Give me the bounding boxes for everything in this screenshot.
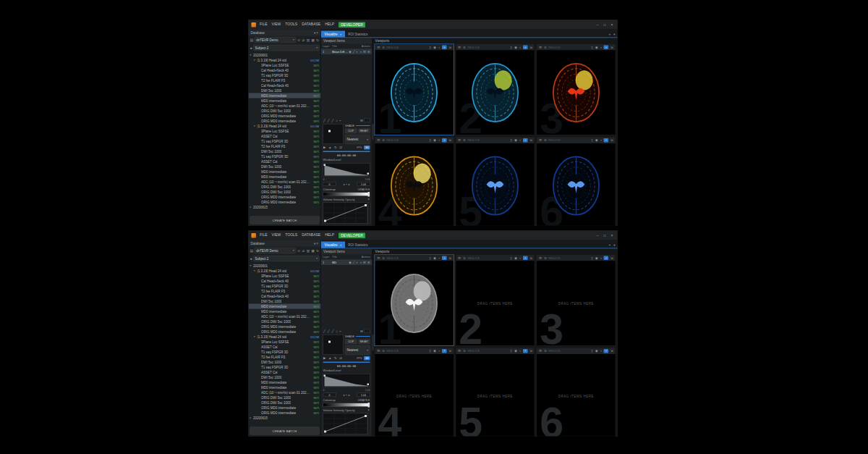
tree-item[interactable]: ADC (10⁻⁶ mm²/s) scan 01 2020 13:0...NIf…	[249, 180, 321, 185]
trash-icon[interactable]: ▯	[510, 350, 512, 353]
tree-item[interactable]: ▾[1.3.19] Head 24 stdDICOM	[249, 335, 321, 340]
expand-icon[interactable]: ⇲	[610, 256, 613, 260]
camera-icon[interactable]: ◉	[433, 256, 437, 260]
time-progress-bar[interactable]	[323, 362, 370, 363]
restore-button[interactable]: □	[604, 22, 606, 27]
trash-icon[interactable]: ▯	[510, 139, 512, 143]
viewport-canvas[interactable]: 4DRAG ITEMS HERE	[375, 354, 454, 437]
colormap-gradient[interactable]	[323, 403, 370, 408]
swap-icon[interactable]: ⇄	[339, 146, 343, 150]
tree-item[interactable]: Cal Head+Neck 40NIfTI	[249, 279, 321, 284]
database-select[interactable]: dnTEVR Demo ▾	[255, 37, 296, 43]
zoom-icon[interactable]: ⊙	[463, 350, 467, 353]
subject-select[interactable]: Subject 2 ▾	[253, 256, 319, 261]
viewport-canvas[interactable]: 6DRAG ITEMS HERE	[537, 354, 615, 437]
panel-close-icon[interactable]: ×	[316, 31, 319, 35]
loop-icon[interactable]: ↻	[333, 146, 337, 150]
play-icon[interactable]: ▶	[323, 357, 326, 361]
tree-item[interactable]: 3Plane Loc SSFSENIfTI	[249, 63, 321, 68]
expand-icon[interactable]: ⇲	[529, 46, 532, 49]
tree-item[interactable]: ORIG MD0 intermediateNIfTI	[249, 329, 321, 335]
add-tab-icon[interactable]: +	[609, 33, 611, 36]
viewport-3[interactable]: ⊟⊙RESLICE▯◉⌖•⇲3	[537, 44, 616, 135]
menu-item-tools[interactable]: TOOLS	[285, 232, 297, 238]
up-icon[interactable]: ▲	[328, 146, 331, 150]
layout-icon[interactable]: ⊟	[539, 139, 542, 143]
tree-item[interactable]: DWI 5sc 1000NIfTI	[249, 375, 321, 380]
close-button[interactable]: ×	[611, 233, 613, 237]
tree-item[interactable]: ORIG DWI 5sc 1000NIfTI	[249, 190, 321, 195]
contrast-icon[interactable]: ◑	[359, 50, 362, 54]
search-icon[interactable]: ⊙	[297, 249, 301, 253]
vio-curve-editor[interactable]	[323, 413, 370, 434]
tree-item[interactable]: ORIG MD0 intermediateNIfTI	[249, 411, 321, 416]
zoom-icon[interactable]: ⊙	[382, 350, 386, 353]
tree-item[interactable]: ▾[1.3.19] Head 24 stdDICOM	[249, 269, 321, 274]
expand-icon[interactable]: ⇲	[448, 350, 452, 353]
refresh-icon[interactable]: ↻	[316, 38, 320, 42]
lock-icon[interactable]: •	[523, 256, 528, 261]
viewport-canvas[interactable]: 4	[375, 143, 454, 226]
clip-button[interactable]: CLIP	[345, 129, 357, 134]
camera-icon[interactable]: ◉	[514, 46, 517, 49]
viewport-canvas[interactable]: 3DRAG ITEMS HERE	[537, 261, 615, 346]
add-tab-icon[interactable]: +	[609, 243, 611, 247]
vio-close-icon[interactable]: ×	[367, 408, 370, 412]
tree-item[interactable]: ▸20200615	[249, 205, 321, 210]
tree-item[interactable]: T1 sag FSPGR 3DNIfTI	[249, 365, 321, 370]
tool-circle-icon[interactable]: ○	[336, 119, 339, 122]
clip-button[interactable]: CLIP	[345, 340, 357, 345]
viewport-2[interactable]: ⊟⊙RESLICE▯◉⌖•⇲2DRAG ITEMS HERE	[456, 255, 535, 346]
tree-item[interactable]: T2 fse FLAIR FSNIfTI	[249, 144, 321, 149]
tree-item[interactable]: ASSET CalNIfTI	[249, 159, 321, 164]
link-icon[interactable]: ⇄	[302, 38, 305, 42]
tree-item[interactable]: T1 sag FSPGR 3DNIfTI	[249, 154, 321, 159]
tree-item[interactable]: ASSET CalNIfTI	[249, 134, 321, 139]
expand-icon[interactable]: ⇲	[448, 139, 452, 143]
tool-lock-icon[interactable]: ▪	[339, 329, 341, 333]
splitter-handle[interactable]	[373, 124, 374, 140]
panel-close-icon[interactable]: ×	[316, 242, 319, 245]
viewport-item-row[interactable]: 1 MD ◉╱◐◑⊞⊗	[321, 260, 372, 266]
viewport-canvas[interactable]: 1	[375, 261, 454, 346]
pan-navigator[interactable]	[323, 335, 344, 355]
tool-line-icon[interactable]: ╱	[331, 119, 334, 122]
step-right-icon[interactable]: ▸	[349, 182, 350, 186]
lock-icon[interactable]: •	[442, 256, 447, 261]
up-icon[interactable]: ▲	[328, 357, 331, 361]
lock-icon[interactable]: •	[604, 46, 609, 50]
tree-item[interactable]: 3Plane Loc SSFSENIfTI	[249, 340, 321, 345]
swap-icon[interactable]: ⇄	[339, 357, 343, 361]
tree-item[interactable]: ADC (10⁻⁶ mm²/s) scan 01 2020 13:0...NIf…	[249, 390, 321, 395]
menu-item-developer[interactable]: DEVELOPER	[339, 232, 365, 238]
zoom-icon[interactable]: ⊙	[463, 46, 467, 49]
viewport-4[interactable]: ⊟⊙RESLICE▯◉⌖•⇲4DRAG ITEMS HERE	[375, 348, 454, 437]
interpolation-select[interactable]: Nearest ▾	[345, 135, 370, 144]
shade-slider[interactable]	[356, 125, 370, 126]
tree-item[interactable]: MD0 intermediateNIfTI	[249, 304, 321, 309]
zoom-icon[interactable]: ⊙	[463, 139, 467, 143]
tab-visualize[interactable]: Visualize ×	[321, 31, 345, 38]
lock-icon[interactable]: •	[442, 46, 447, 50]
m-toggle-checkbox[interactable]	[365, 119, 370, 123]
layout-icon[interactable]: ⊟	[458, 256, 461, 260]
layout-icon[interactable]: ⊟	[458, 139, 461, 143]
refresh-icon[interactable]: ↻	[316, 249, 320, 253]
tree-item[interactable]: ▾20200601	[249, 264, 321, 269]
crosshair-icon[interactable]: ⌖	[438, 350, 441, 353]
tab-menu-icon[interactable]: ▾	[613, 33, 615, 36]
step-left-icon[interactable]: ◂	[343, 393, 344, 397]
tab-roi-statistics[interactable]: ROI Statistics	[345, 31, 371, 38]
layout-icon[interactable]: ⊟	[539, 256, 542, 260]
database-select[interactable]: dnTEVR Demo ▾	[255, 248, 296, 253]
expand-icon[interactable]: ⇲	[610, 350, 613, 353]
contrast-icon[interactable]: ◑	[359, 261, 362, 264]
tree-item[interactable]: 3Plane Loc SSFSENIfTI	[249, 129, 321, 134]
viewport-canvas[interactable]: 2DRAG ITEMS HERE	[456, 261, 534, 346]
tree-item[interactable]: ORIG MD0 intermediateNIfTI	[249, 405, 321, 411]
zoom-icon[interactable]: ⊙	[543, 350, 547, 353]
tree-item[interactable]: T2 fse FLAIR FSNIfTI	[249, 78, 321, 83]
minimize-button[interactable]: –	[597, 233, 599, 237]
link-icon[interactable]: ⇄	[302, 249, 305, 253]
options-icon[interactable]: ⊞	[362, 50, 366, 54]
